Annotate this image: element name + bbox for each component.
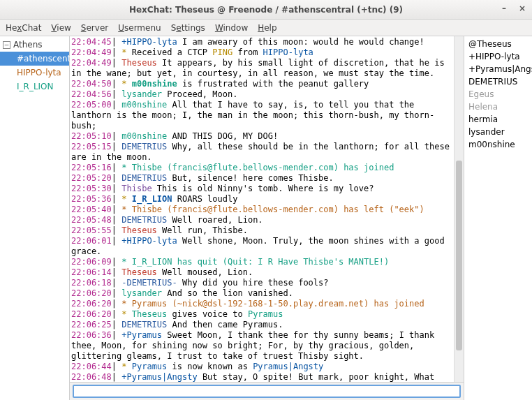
chat-line: 22:06:36| +Pyramus Sweet Moon, I thank t… [71,330,452,362]
message-input[interactable] [73,385,461,398]
chat-line: 22:05:36| * I_R_LION ROARS loudly [71,194,452,205]
user-list-item[interactable]: +Pyramus|Angsty [468,63,528,75]
user-list-item[interactable]: Egeus [468,88,528,101]
chat-line: 22:06:14| Theseus Well moused, Lion. [71,267,452,278]
user-list-item[interactable]: DEMETRIUS [468,75,528,88]
chat-line: 22:05:15| DEMETRIUS Why, all these shoul… [71,142,452,163]
chat-line: 22:04:49| Theseus It appears, by his sma… [71,58,452,79]
chat-log: 22:04:45| +HIPPO-lyta I am aweary of thi… [70,36,454,382]
chat-line: 22:06:20| * Theseus gives voice to Pyram… [71,309,452,320]
chat-line: 22:04:49| * Received a CTCP PING from HI… [71,47,452,58]
tree-channel[interactable]: #athenscentral [0,52,69,66]
chat-scrollbar[interactable] [454,36,464,382]
tree-network-label: Athens [13,40,43,50]
window-minimize-button[interactable]: – [498,3,510,14]
menu-usermenu[interactable]: Usermenu [118,23,161,33]
user-list-item[interactable]: @Theseus [468,38,528,50]
user-list-item[interactable]: m00nshine [468,138,528,151]
user-list[interactable]: @Theseus+HIPPO-lyta+Pyramus|AngstyDEMETR… [464,36,532,400]
chat-line: 22:05:10| m00nshine AND THIS DOG, MY DOG… [71,131,452,142]
chat-line: 22:04:50| * m00nshine is frustrated with… [71,79,452,89]
tree-channel[interactable]: I_R_LION [0,80,69,94]
chat-line: 22:05:00| m00nshine All that I have to s… [71,100,452,131]
chat-line: 22:05:20| DEMETRIUS But, silence! here c… [71,173,452,184]
menu-bar: HexChat View Server Usermenu Settings Wi… [0,20,532,36]
channel-tree[interactable]: − Athens #athenscentralHIPPO-lytaI_R_LIO… [0,36,70,400]
menu-settings[interactable]: Settings [171,23,205,33]
user-list-item[interactable]: +HIPPO-lyta [468,50,528,63]
chat-line: 22:05:16| * Thisbe (francis@flute.bellow… [71,163,452,173]
chat-line: 22:06:25| DEMETRIUS And then came Pyramu… [71,320,452,330]
chat-line: 22:05:55| Theseus Well run, Thisbe. [71,225,452,236]
user-list-item[interactable]: lysander [468,126,528,138]
chat-line: 22:06:20| * Pyramus (~nick@dsl-192-168-1… [71,299,452,309]
chat-line: 22:06:20| lysander And so the lion vanis… [71,288,452,299]
chat-line: 22:05:48| DEMETRIUS Well roared, Lion. [71,215,452,225]
chat-line: 22:06:09| * I_R_LION has quit (Quit: I R… [71,257,452,267]
window-close-button[interactable]: × [517,3,528,14]
tree-network[interactable]: − Athens [0,38,69,52]
menu-window[interactable]: Window [215,23,248,33]
menu-help[interactable]: Help [258,23,276,33]
chat-line: 22:05:40| * Thisbe (francis@flute.bellow… [71,205,452,215]
chat-line: 22:06:48| +Pyramus|Angsty But stay, O sp… [71,372,452,382]
chat-line: 22:06:18| -DEMETRIUS- Why did you hire t… [71,278,452,288]
user-list-item[interactable]: hermia [468,113,528,126]
tree-channel[interactable]: HIPPO-lyta [0,66,69,80]
menu-view[interactable]: View [51,23,71,33]
tree-collapse-icon[interactable]: − [3,41,10,49]
chat-scrollbar-thumb[interactable] [456,161,462,350]
chat-line: 22:06:01| +HIPPO-lyta Well shone, Moon. … [71,236,452,257]
chat-line: 22:05:30| Thisbe This is old Ninny's tom… [71,184,452,194]
chat-line: 22:04:56| lysander Proceed, Moon. [71,89,452,100]
window-title: HexChat: Theseus @ Freenode / #athenscen… [129,5,403,15]
user-list-item[interactable]: Helena [468,101,528,113]
menu-hexchat[interactable]: HexChat [6,23,41,33]
chat-line: 22:04:45| +HIPPO-lyta I am aweary of thi… [71,37,452,47]
chat-line: 22:06:44| * Pyramus is now known as Pyra… [71,362,452,372]
menu-server[interactable]: Server [81,23,108,33]
window-titlebar: HexChat: Theseus @ Freenode / #athenscen… [0,0,532,20]
